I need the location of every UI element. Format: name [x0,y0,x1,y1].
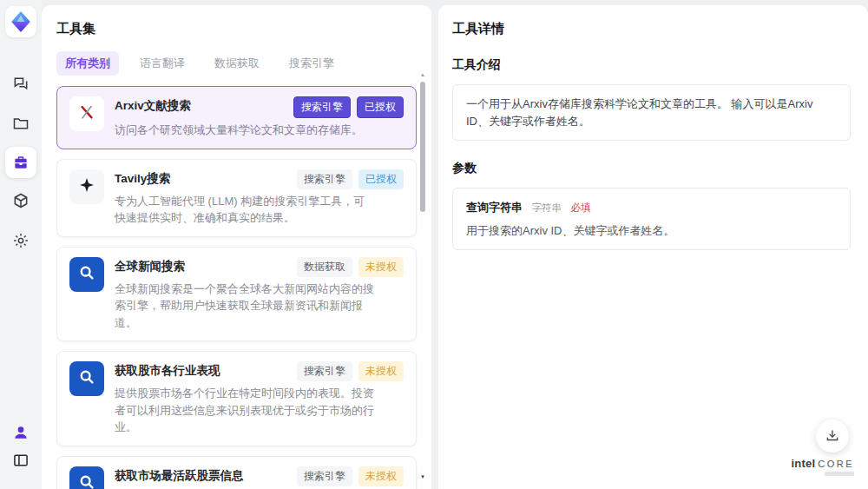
category-tabs: 所有类别 语言翻译 数据获取 搜索引擎 [56,51,417,76]
param-name: 查询字符串 [466,201,523,214]
tool-card-body: 获取市场最活跃股票信息 搜索引擎 未授权 提供当天交易量最高的股票列表，投资者可… [115,466,404,489]
tool-icon-tile [69,361,104,396]
tool-card-body: 获取股市各行业表现 搜索引擎 未授权 提供股票市场各个行业在特定时间段内的表现。… [115,361,404,436]
category-tag: 搜索引擎 [297,361,352,381]
sidebar-item-packages[interactable] [5,185,36,216]
category-tab[interactable]: 所有类别 [56,51,119,76]
tool-card[interactable]: Arxiv文献搜索 搜索引擎 已授权 访问各个研究领域大量科学论文和文章的存储库… [56,86,417,149]
category-tab[interactable]: 数据获取 [206,51,268,76]
sidebar-item-settings[interactable] [5,225,36,256]
app-logo[interactable] [5,6,36,37]
download-icon [825,428,840,444]
tool-title: 全球新闻搜索 [115,257,290,274]
tool-card-body: Arxiv文献搜索 搜索引擎 已授权 访问各个研究领域大量科学论文和文章的存储库… [115,96,404,139]
param-description: 用于搜索的Arxiv ID、关键字或作者姓名。 [466,223,837,239]
param-type: 字符串 [531,202,562,213]
category-tag: 搜索引擎 [297,169,352,189]
tool-description: 全球新闻搜索是一个聚合全球各大新闻网站内容的搜索引擎，帮助用户快速获取全球最新资… [115,281,375,332]
tool-description: 专为人工智能代理 (LLM) 构建的搜索引擎工具，可快速提供实时、准确和真实的结… [115,193,375,227]
tool-card[interactable]: 全球新闻搜索 数据获取 未授权 全球新闻搜索是一个聚合全球各大新闻网站内容的搜索… [56,247,417,342]
tool-tags: 搜索引擎 已授权 [297,169,404,189]
user-avatar-icon [12,424,30,441]
brand-intel-text: intel [791,457,815,470]
package-icon [12,192,30,209]
arxiv-logo-icon [77,102,96,125]
tool-card[interactable]: Tavily搜索 搜索引擎 已授权 专为人工智能代理 (LLM) 构建的搜索引擎… [56,159,417,237]
sidebar-item-chat[interactable] [5,68,36,99]
auth-tag: 未授权 [358,361,404,381]
tool-tags: 搜索引擎 未授权 [297,466,404,486]
list-scrollbar[interactable]: ▲ ▼ [419,71,426,480]
tab-label: 语言翻译 [140,56,185,69]
left-sidebar [0,0,42,489]
auth-tag: 未授权 [358,257,404,277]
intro-text: 一个用于从Arxiv存储库搜索科学论文和文章的工具。 输入可以是Arxiv ID… [466,96,837,129]
page-title: 工具集 [56,21,417,37]
tool-tags: 数据获取 未授权 [297,257,404,277]
tool-description: 访问各个研究领域大量科学论文和文章的存储库。 [115,122,375,139]
scrollbar-thumb[interactable] [420,82,425,212]
param-required-badge: 必填 [570,202,590,213]
tool-list: Arxiv文献搜索 搜索引擎 已授权 访问各个研究领域大量科学论文和文章的存储库… [56,86,417,489]
tool-tags: 搜索引擎 未授权 [297,361,404,381]
tool-card[interactable]: 获取市场最活跃股票信息 搜索引擎 未授权 提供当天交易量最高的股票列表，投资者可… [56,456,417,489]
sidebar-item-account[interactable] [5,417,36,448]
tool-title: Arxiv文献搜索 [115,96,286,114]
tool-detail-panel: 工具详情 工具介绍 一个用于从Arxiv存储库搜索科学论文和文章的工具。 输入可… [438,5,868,489]
tool-icon-tile [69,96,104,131]
news-search-icon [77,472,96,489]
intel-core-logo: intel CORE [791,457,854,476]
param-header: 查询字符串 字符串 必填 [466,199,837,215]
tab-label: 搜索引擎 [289,56,334,69]
scroll-down-arrow-icon[interactable]: ▼ [419,473,426,480]
chat-icon [12,75,30,92]
tool-card-body: Tavily搜索 搜索引擎 已授权 专为人工智能代理 (LLM) 构建的搜索引擎… [115,169,404,227]
tool-title: 获取市场最活跃股票信息 [115,466,290,484]
intro-heading: 工具介绍 [452,57,851,73]
tool-card-header: Tavily搜索 搜索引擎 已授权 [115,169,404,189]
category-tab[interactable]: 语言翻译 [131,51,194,76]
params-heading: 参数 [452,161,851,176]
param-box: 查询字符串 字符串 必填 用于搜索的Arxiv ID、关键字或作者姓名。 [452,188,851,250]
tool-title: 获取股市各行业表现 [115,361,290,379]
auth-tag: 未授权 [358,466,404,486]
brand-sub-mark [825,472,854,476]
auth-tag: 已授权 [357,96,404,118]
brand-core-text: CORE [818,459,854,469]
tavily-star-icon [78,176,95,197]
folder-icon [12,115,30,132]
sidebar-item-toolbox[interactable] [5,147,36,178]
tab-label: 所有类别 [65,56,110,69]
news-search-icon [77,263,96,286]
tool-card[interactable]: 获取股市各行业表现 搜索引擎 未授权 提供股票市场各个行业在特定时间段内的表现。… [56,351,417,446]
toolbox-icon [12,154,30,171]
auth-tag: 已授权 [358,169,404,189]
category-tab[interactable]: 搜索引擎 [280,51,343,76]
tool-icon-tile [69,257,104,292]
logo-gem-icon [10,10,32,33]
download-button[interactable] [816,420,849,453]
tool-icon-tile [69,466,104,489]
panel-toggle-icon [12,452,30,469]
category-tag: 数据获取 [297,257,352,277]
category-tag: 搜索引擎 [293,96,351,118]
news-search-icon [77,367,96,390]
tools-panel: 工具集 所有类别 语言翻译 数据获取 搜索引擎 Arxiv文献搜索 搜索引擎 [42,5,431,489]
tool-card-header: 全球新闻搜索 数据获取 未授权 [115,257,404,277]
intro-box: 一个用于从Arxiv存储库搜索科学论文和文章的工具。 输入可以是Arxiv ID… [452,84,851,141]
tab-label: 数据获取 [214,56,260,69]
tool-card-header: Arxiv文献搜索 搜索引擎 已授权 [115,96,404,118]
tool-card-header: 获取股市各行业表现 搜索引擎 未授权 [115,361,404,381]
category-tag: 搜索引擎 [297,466,352,486]
scroll-up-arrow-icon[interactable]: ▲ [419,71,426,78]
detail-title: 工具详情 [452,21,851,37]
tool-description: 提供股票市场各个行业在特定时间段内的表现。投资者可以利用这些信息来识别表现优于或… [115,385,375,436]
tool-title: Tavily搜索 [115,169,290,187]
gear-icon [12,232,30,249]
sidebar-item-files[interactable] [5,108,36,139]
tool-card-header: 获取市场最活跃股票信息 搜索引擎 未授权 [115,466,404,486]
tool-card-body: 全球新闻搜索 数据获取 未授权 全球新闻搜索是一个聚合全球各大新闻网站内容的搜索… [115,257,404,332]
tool-icon-tile [69,169,104,204]
tool-tags: 搜索引擎 已授权 [293,96,404,118]
sidebar-item-collapse[interactable] [5,445,36,476]
